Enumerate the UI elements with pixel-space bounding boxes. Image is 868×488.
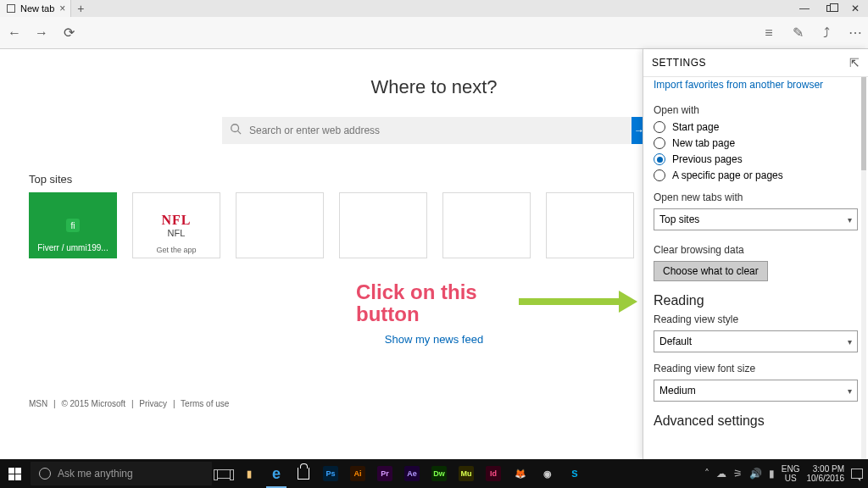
window-titlebar: New tab × + — ✕ xyxy=(0,0,868,17)
cortana-search[interactable]: Ask me anything xyxy=(31,462,212,485)
tile-fiverr[interactable]: fi Fiverr / ummi199... xyxy=(29,192,117,258)
reading-style-label: Reading view style xyxy=(654,313,858,325)
reading-font-select[interactable]: Medium ▾ xyxy=(654,380,858,402)
more-icon[interactable]: ⋯ xyxy=(848,25,863,41)
tile-empty[interactable] xyxy=(236,192,324,258)
import-favorites-link[interactable]: Import favorites from another browser xyxy=(654,77,858,99)
share-icon[interactable]: ⤴ xyxy=(819,25,834,41)
app-mu[interactable]: Mu xyxy=(453,459,480,488)
tile-nfl[interactable]: NFL NFL Get the app xyxy=(132,192,220,258)
back-button[interactable]: ← xyxy=(7,25,22,41)
cortana-placeholder: Ask me anything xyxy=(58,468,133,480)
footer-copyright: © 2015 Microsoft xyxy=(61,399,125,408)
cortana-icon xyxy=(39,468,51,480)
action-center-icon[interactable] xyxy=(851,469,863,479)
radio-start-page[interactable]: Start page xyxy=(654,121,858,133)
app-file-explorer[interactable]: ▮ xyxy=(236,459,263,488)
taskbar-apps: ▮ e Ps Ai Pr Ae Dw Mu Id 🦊 ◉ S xyxy=(236,459,588,488)
tile-sublabel: Get the app xyxy=(156,246,196,254)
forward-button[interactable]: → xyxy=(34,25,49,41)
annotation-arrow-icon xyxy=(519,293,637,310)
page-footer: MSN | © 2015 Microsoft | Privacy | Terms… xyxy=(29,399,229,408)
app-store[interactable] xyxy=(290,459,317,488)
tile-empty[interactable] xyxy=(339,192,427,258)
browser-tab[interactable]: New tab × xyxy=(0,0,71,17)
browser-toolbar: ← → ⟳ ≡ ✎ ⤴ ⋯ xyxy=(0,17,868,49)
app-pr[interactable]: Pr xyxy=(371,459,398,488)
advanced-settings-heading: Advanced settings xyxy=(654,413,858,429)
tile-label: Fiverr / ummi199... xyxy=(37,243,108,252)
address-search-box[interactable]: → xyxy=(222,117,646,144)
windows-logo-icon xyxy=(8,468,21,480)
new-tab-button[interactable]: + xyxy=(71,2,90,15)
reading-style-select[interactable]: Default ▾ xyxy=(654,330,858,352)
window-close-button[interactable]: ✕ xyxy=(843,0,868,17)
app-ae[interactable]: Ae xyxy=(398,459,426,488)
footer-privacy[interactable]: Privacy xyxy=(139,399,167,408)
app-skype[interactable]: S xyxy=(561,459,588,488)
chevron-down-icon: ▾ xyxy=(848,386,852,396)
reading-heading: Reading xyxy=(654,293,858,308)
chevron-down-icon: ▾ xyxy=(848,337,852,347)
tab-title: New tab xyxy=(20,3,54,14)
app-ai[interactable]: Ai xyxy=(344,459,371,488)
tray-battery-icon[interactable]: ▮ xyxy=(769,468,775,480)
search-icon xyxy=(222,123,249,138)
reading-font-label: Reading view font size xyxy=(654,363,858,374)
show-news-link[interactable]: Show my news feed xyxy=(385,333,483,346)
svg-line-1 xyxy=(238,131,242,135)
system-tray: ˄ ☁ ⚞ 🔊 ▮ ENG US 3:00 PM 10/6/2016 xyxy=(704,459,868,488)
tile-label: NFL xyxy=(168,228,186,238)
app-id[interactable]: Id xyxy=(480,459,507,488)
refresh-button[interactable]: ⟳ xyxy=(61,25,76,41)
choose-what-to-clear-button[interactable]: Choose what to clear xyxy=(654,261,768,281)
nfl-logo-icon: NFL xyxy=(162,213,192,228)
tile-empty[interactable] xyxy=(546,192,634,258)
settings-scrollbar[interactable] xyxy=(861,77,866,459)
radio-previous-pages[interactable]: Previous pages xyxy=(654,153,858,165)
chevron-down-icon: ▾ xyxy=(848,215,852,225)
footer-terms[interactable]: Terms of use xyxy=(181,399,229,408)
settings-panel: SETTINGS ⇱ Import favorites from another… xyxy=(643,49,868,459)
tray-wifi-icon[interactable]: ⚞ xyxy=(733,468,743,480)
app-firefox[interactable]: 🦊 xyxy=(507,459,534,488)
tab-close-icon[interactable]: × xyxy=(59,3,65,14)
tray-volume-icon[interactable]: 🔊 xyxy=(749,468,762,480)
search-input[interactable] xyxy=(249,125,646,136)
new-tabs-label: Open new tabs with xyxy=(654,191,858,203)
tray-language[interactable]: ENG US xyxy=(782,464,800,483)
annotation-callout: Click on this button xyxy=(356,281,477,326)
tile-empty[interactable] xyxy=(442,192,531,258)
task-view-button[interactable] xyxy=(212,459,236,488)
tray-clock[interactable]: 3:00 PM 10/6/2016 xyxy=(807,464,845,483)
clear-data-label: Clear browsing data xyxy=(654,244,858,256)
tray-chevron-up-icon[interactable]: ˄ xyxy=(704,468,709,480)
tab-page-icon xyxy=(7,4,15,13)
pin-icon[interactable]: ⇱ xyxy=(849,56,860,69)
fiverr-icon: fi xyxy=(66,219,80,232)
radio-new-tab-page[interactable]: New tab page xyxy=(654,137,858,149)
app-chrome[interactable]: ◉ xyxy=(534,459,561,488)
hub-icon[interactable]: ≡ xyxy=(761,25,776,41)
radio-specific-page[interactable]: A specific page or pages xyxy=(654,169,858,181)
webnote-icon[interactable]: ✎ xyxy=(790,25,805,41)
window-minimize-button[interactable]: — xyxy=(792,0,817,17)
tray-onedrive-icon[interactable]: ☁ xyxy=(716,468,726,480)
app-ps[interactable]: Ps xyxy=(317,459,344,488)
start-button[interactable] xyxy=(0,459,29,488)
svg-point-0 xyxy=(231,125,239,132)
open-with-label: Open with xyxy=(654,104,858,116)
settings-header: SETTINGS ⇱ xyxy=(643,49,868,77)
window-maximize-button[interactable] xyxy=(817,0,843,17)
footer-msn[interactable]: MSN xyxy=(29,399,47,408)
settings-title: SETTINGS xyxy=(652,57,706,69)
app-edge[interactable]: e xyxy=(263,459,290,488)
new-tabs-select[interactable]: Top sites ▾ xyxy=(654,208,858,230)
app-dw[interactable]: Dw xyxy=(426,459,453,488)
windows-taskbar: Ask me anything ▮ e Ps Ai Pr Ae Dw Mu Id… xyxy=(0,459,868,488)
